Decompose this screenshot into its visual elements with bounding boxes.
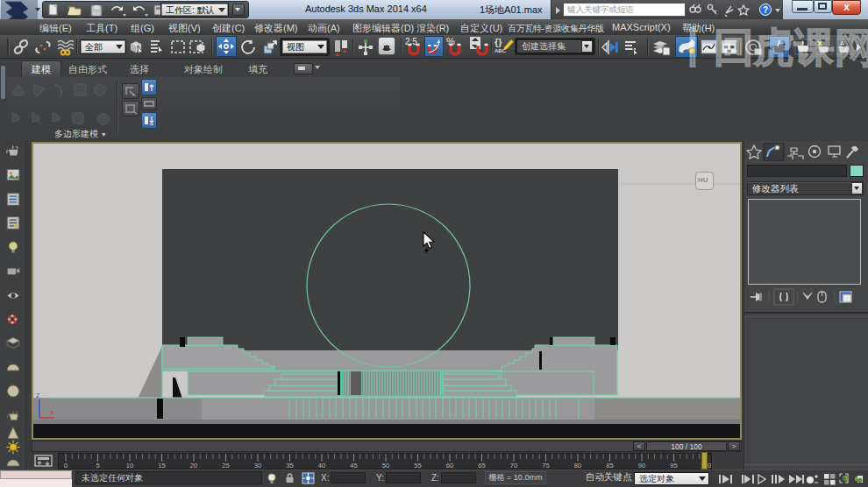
svg-text:30: 30 xyxy=(254,462,261,469)
svg-text:Z: Z xyxy=(36,392,40,399)
svg-text:?: ? xyxy=(763,5,768,15)
svg-text:55: 55 xyxy=(414,462,421,469)
svg-text:90: 90 xyxy=(638,462,645,469)
svg-text:5: 5 xyxy=(96,462,99,469)
svg-text:50: 50 xyxy=(382,462,389,469)
svg-text:15: 15 xyxy=(158,462,165,469)
svg-text:35: 35 xyxy=(286,462,293,469)
svg-text:75: 75 xyxy=(542,462,549,469)
svg-text:85: 85 xyxy=(606,462,613,469)
svg-text:25: 25 xyxy=(222,462,229,469)
svg-text:20: 20 xyxy=(190,462,197,469)
svg-text:95: 95 xyxy=(670,462,677,469)
svg-text:0: 0 xyxy=(64,462,68,469)
svg-text:45: 45 xyxy=(350,462,357,469)
svg-text:80: 80 xyxy=(574,462,581,469)
svg-text:10: 10 xyxy=(126,462,133,469)
svg-text:70: 70 xyxy=(510,462,517,469)
svg-text:X: X xyxy=(50,410,54,416)
svg-text:60: 60 xyxy=(446,462,453,469)
svg-text:65: 65 xyxy=(478,462,485,469)
svg-text:40: 40 xyxy=(318,462,325,469)
